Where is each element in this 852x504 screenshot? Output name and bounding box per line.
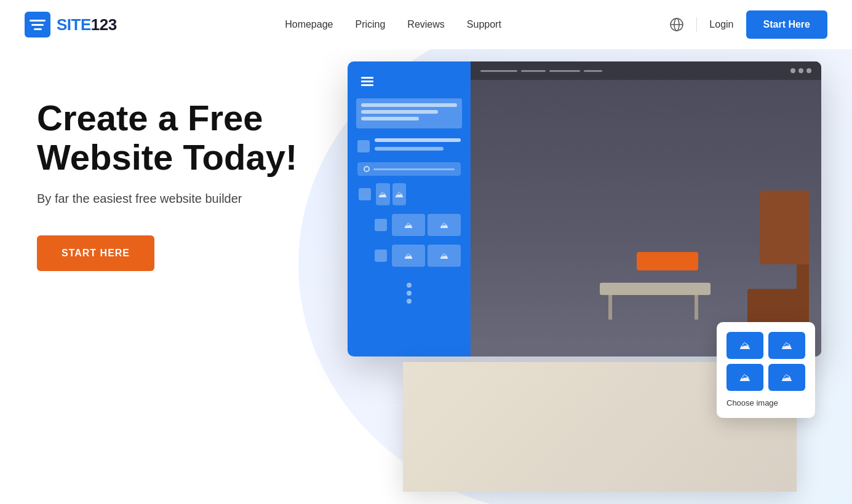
choose-img-cell-4[interactable]: ⛰: [768, 364, 805, 391]
image-icon-4: ⛰: [440, 220, 448, 230]
sidebar-search: [357, 162, 461, 176]
orange-cta-overlay: [637, 252, 698, 270]
sidebar-item-4: ⛰ ⛰: [375, 245, 461, 267]
image-grid-icon-4: ⛰: [781, 371, 792, 384]
sidebar-checkbox-4: [375, 250, 387, 262]
search-icon: [364, 166, 370, 172]
furniture-scene: [471, 61, 821, 356]
sidebar-checkbox-3: [375, 219, 387, 231]
choose-image-overlay: ⛰ ⛰ ⛰ ⛰ Choose image: [717, 322, 815, 418]
logo[interactable]: SITE123: [25, 12, 117, 37]
image-icon: ⛰: [378, 189, 387, 199]
image-icon-2: ⛰: [395, 189, 404, 199]
image-icon-5: ⛰: [404, 251, 413, 261]
nav-support[interactable]: Support: [467, 19, 501, 30]
nav: Homepage Pricing Reviews Support: [285, 19, 501, 30]
choose-image-grid: ⛰ ⛰ ⛰ ⛰: [727, 332, 805, 391]
sidebar-menu-icon: [357, 71, 377, 91]
choose-image-label: Choose image: [727, 398, 778, 408]
grid-cell: ⛰: [392, 183, 407, 205]
topbar-dot-2: [798, 68, 803, 73]
nav-homepage[interactable]: Homepage: [285, 19, 333, 30]
topbar-dot-3: [806, 68, 811, 73]
topbar-dot-1: [790, 68, 795, 73]
hero-cta-button[interactable]: START HERE: [37, 235, 154, 271]
editor-topbar: [471, 61, 821, 80]
hero-section: Create a Free Website Today! By far the …: [0, 49, 852, 504]
grid-cell-3: ⛰: [392, 214, 425, 236]
sidebar-grid: ⛰ ⛰ ⛰: [348, 179, 471, 270]
image-grid-icon-1: ⛰: [739, 339, 750, 352]
sidebar-item-row: [357, 138, 461, 154]
image-icon-3: ⛰: [404, 220, 413, 230]
table-leg-r: [608, 295, 612, 320]
image-grid-icon-2: ⛰: [781, 339, 792, 352]
hero-title: Create a Free Website Today!: [37, 98, 338, 177]
sidebar-item-3: ⛰ ⛰: [375, 214, 461, 236]
globe-icon[interactable]: [669, 17, 684, 32]
hero-mockup: ⛰ ⛰ ⛰: [348, 61, 840, 504]
sidebar-checkbox-2: [359, 188, 371, 200]
nav-right: Login Start Here: [669, 10, 827, 39]
table-leg-l: [695, 295, 698, 320]
image-icon-6: ⛰: [440, 251, 448, 261]
image-grid-icon-3: ⛰: [739, 371, 750, 384]
sidebar-logo-area: [356, 98, 462, 128]
choose-img-cell-1[interactable]: ⛰: [727, 332, 763, 359]
nav-divider: [696, 17, 697, 32]
editor-window: ⛰ ⛰ ⛰: [348, 61, 821, 356]
grid-cell-4: ⛰: [428, 214, 461, 236]
editor-sidebar: ⛰ ⛰ ⛰: [348, 61, 471, 356]
grid-cell-6: ⛰: [428, 245, 461, 267]
logo-text: SITE123: [57, 15, 117, 34]
grid-cell-5: ⛰: [392, 245, 425, 267]
grid-cell: ⛰: [376, 183, 390, 205]
start-here-button[interactable]: Start Here: [746, 10, 827, 39]
sidebar-item-content: [375, 138, 461, 154]
hero-left: Create a Free Website Today! By far the …: [0, 49, 338, 271]
hero-subtitle: By far the easiest free website builder: [37, 192, 338, 206]
choose-img-cell-3[interactable]: ⛰: [727, 364, 763, 391]
sidebar-nav-dots: [348, 270, 471, 316]
nav-reviews[interactable]: Reviews: [407, 19, 444, 30]
table-top: [600, 283, 711, 295]
editor-photo: [471, 61, 821, 356]
chair-right: [723, 191, 809, 338]
sidebar-items: [348, 133, 471, 159]
topbar-dots: [790, 68, 811, 73]
sidebar-item-2: ⛰ ⛰: [357, 183, 407, 205]
logo-icon: [25, 12, 50, 37]
login-link[interactable]: Login: [709, 19, 733, 30]
choose-img-cell-2[interactable]: ⛰: [768, 332, 805, 359]
nav-pricing[interactable]: Pricing: [355, 19, 385, 30]
sidebar-checkbox: [357, 140, 370, 152]
header: SITE123 Homepage Pricing Reviews Support…: [0, 0, 852, 49]
topbar-lines: [480, 70, 602, 72]
